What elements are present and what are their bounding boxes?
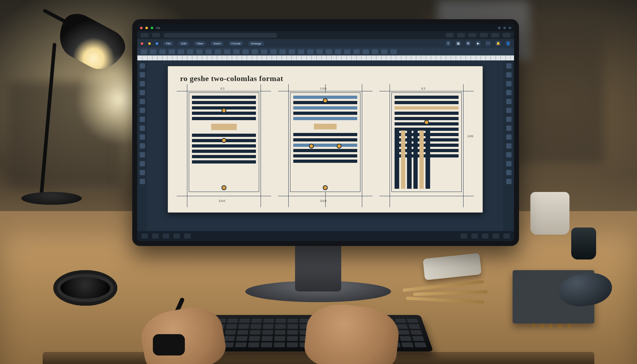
menu-item[interactable]: Insert <box>211 41 224 46</box>
grid-icon[interactable]: ▦ <box>456 41 461 46</box>
panel-icon[interactable] <box>506 99 512 104</box>
address-field[interactable] <box>164 33 277 38</box>
panel-icon[interactable] <box>506 170 512 175</box>
toolbar-button[interactable] <box>205 49 212 54</box>
tool-icon[interactable] <box>140 72 145 77</box>
menu-item[interactable]: View <box>194 41 206 46</box>
panel-icon[interactable] <box>506 81 512 86</box>
menu-item[interactable]: Format <box>229 41 243 46</box>
toolbar-button[interactable] <box>307 49 314 54</box>
titlebar-action-icon[interactable] <box>498 27 500 29</box>
menu-item[interactable]: File <box>163 41 173 46</box>
status-segment[interactable] <box>173 234 180 239</box>
tool-icon[interactable] <box>140 108 145 113</box>
tool-icon[interactable] <box>140 125 145 131</box>
toolbar-button[interactable] <box>159 49 166 54</box>
addr-action-icon[interactable] <box>491 33 499 37</box>
tool-icon[interactable] <box>140 90 145 95</box>
layout-thumb-2[interactable]: 1.0.0 <box>282 89 369 203</box>
toolbar-button[interactable] <box>150 49 156 54</box>
panel-icon[interactable] <box>506 152 512 157</box>
toolbar-button[interactable] <box>233 49 240 54</box>
status-segment[interactable] <box>482 234 488 239</box>
menu-item[interactable]: Edit <box>178 41 189 46</box>
toolbar-button[interactable] <box>335 49 341 54</box>
status-segment[interactable] <box>184 234 191 239</box>
minimize-icon[interactable] <box>145 27 148 29</box>
toolbar-button[interactable] <box>196 49 203 54</box>
status-segment[interactable] <box>503 234 510 239</box>
toolbar-button[interactable] <box>270 49 277 54</box>
tool-icon[interactable] <box>140 143 145 149</box>
addr-action-icon[interactable] <box>480 33 488 37</box>
close-icon[interactable] <box>140 27 143 29</box>
panel-icon[interactable] <box>506 143 512 149</box>
tool-icon[interactable] <box>140 170 145 175</box>
status-segment[interactable] <box>493 234 499 239</box>
toolbar-button[interactable] <box>261 49 267 54</box>
toolbar-button[interactable] <box>187 49 193 54</box>
addr-action-icon[interactable] <box>457 33 465 37</box>
addr-action-icon[interactable] <box>446 33 454 37</box>
titlebar-action-icon[interactable] <box>503 27 506 29</box>
tool-icon[interactable] <box>140 152 145 157</box>
toolbar-button[interactable] <box>168 49 175 54</box>
menu-item[interactable]: Arrange <box>248 41 264 46</box>
toolbar-button[interactable] <box>353 49 360 54</box>
toolbar-button[interactable] <box>141 49 147 54</box>
maximize-icon[interactable] <box>151 27 153 29</box>
toolbar-button[interactable] <box>298 49 304 54</box>
nav-back-icon[interactable] <box>141 33 149 37</box>
bell-icon[interactable]: 🔔 <box>496 41 500 46</box>
panel-icon[interactable] <box>506 117 512 122</box>
panel-icon[interactable] <box>506 72 512 77</box>
tool-icon[interactable] <box>140 179 145 184</box>
addr-action-icon[interactable] <box>469 33 476 37</box>
toolbar-button[interactable] <box>390 49 397 54</box>
panel-icon[interactable] <box>506 90 512 95</box>
tool-icon[interactable] <box>140 134 145 140</box>
toolbar-button[interactable] <box>224 49 230 54</box>
tool-icon[interactable] <box>140 81 145 86</box>
horizontal-ruler[interactable] <box>137 55 514 60</box>
panel-icon[interactable] <box>506 125 512 131</box>
toolbar-button[interactable] <box>279 49 286 54</box>
share-icon[interactable]: ⇪ <box>446 41 451 46</box>
toolbar-button[interactable] <box>215 49 221 54</box>
canvas[interactable]: ro geshe two-colomlas format 0.3 <box>147 60 503 231</box>
more-icon[interactable]: ⋯ <box>486 41 491 46</box>
status-segment[interactable] <box>152 234 159 239</box>
toolbar-button[interactable] <box>242 49 249 54</box>
toolbar-button[interactable] <box>289 49 295 54</box>
toolbar-button[interactable] <box>363 49 369 54</box>
panel-icon[interactable] <box>506 161 512 166</box>
toolbar-button[interactable] <box>178 49 184 54</box>
panel-icon[interactable] <box>506 63 512 69</box>
toolbar-button[interactable] <box>344 49 350 54</box>
panel-icon[interactable] <box>506 179 512 184</box>
tool-icon[interactable] <box>140 117 145 122</box>
status-segment[interactable] <box>461 234 467 239</box>
panel-icon[interactable] <box>506 108 512 113</box>
nav-forward-icon[interactable] <box>152 33 160 37</box>
titlebar-action-icon[interactable] <box>509 27 511 29</box>
document-page[interactable]: ro geshe two-colomlas format 0.3 <box>168 66 482 213</box>
toolbar-button[interactable] <box>316 49 323 54</box>
addr-action-icon[interactable] <box>503 33 510 37</box>
status-segment[interactable] <box>163 234 169 239</box>
tool-icon[interactable] <box>140 161 145 166</box>
tool-icon[interactable] <box>140 99 145 104</box>
status-segment[interactable] <box>141 234 148 239</box>
toolbar-button[interactable] <box>326 49 332 54</box>
play-icon[interactable]: ▶ <box>476 41 481 46</box>
tool-icon[interactable] <box>140 63 145 69</box>
toolbar-button[interactable] <box>252 49 258 54</box>
toolbar-button[interactable] <box>372 49 378 54</box>
layout-thumb-1[interactable]: 0.3 <box>180 89 268 203</box>
toolbar-button[interactable] <box>381 49 387 54</box>
status-segment[interactable] <box>471 234 478 239</box>
layout-thumb-3[interactable]: 0.3 0.03 <box>383 89 471 203</box>
settings-icon[interactable]: ⚙ <box>466 41 471 46</box>
panel-icon[interactable] <box>506 134 512 140</box>
user-icon[interactable]: 👤 <box>505 41 510 46</box>
